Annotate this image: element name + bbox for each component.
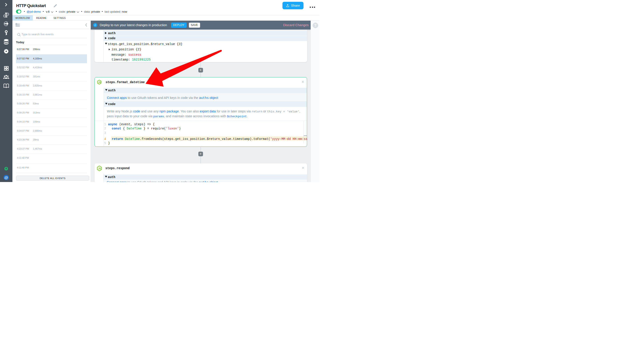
svg-text:JS: JS xyxy=(98,81,101,83)
svg-text:@: @ xyxy=(4,176,8,180)
svg-text:JS: JS xyxy=(98,167,101,170)
